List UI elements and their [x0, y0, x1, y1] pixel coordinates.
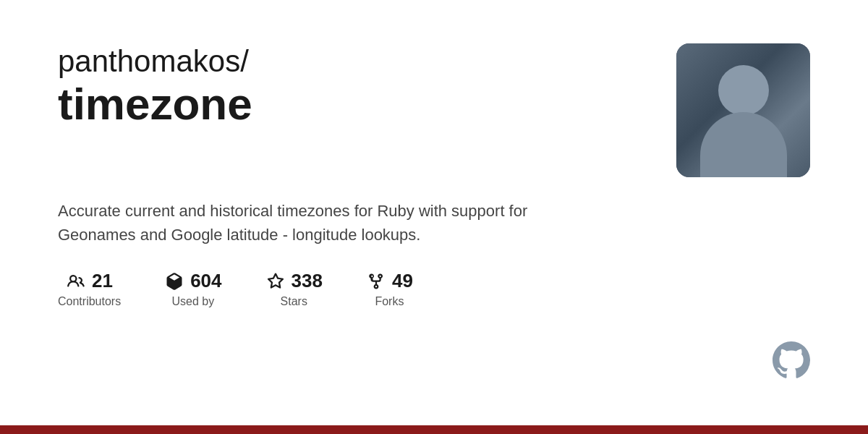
- stars-label: Stars: [281, 295, 307, 308]
- forks-label: Forks: [375, 295, 404, 308]
- stars-number: 338: [292, 270, 323, 292]
- content-area: panthomakos/ timezone Accurate current a…: [0, 0, 868, 425]
- package-icon: [164, 271, 184, 292]
- stat-used-by-top: 604: [164, 270, 221, 292]
- avatar-image: [676, 43, 810, 177]
- used-by-number: 604: [190, 270, 221, 292]
- main-container: panthomakos/ timezone Accurate current a…: [0, 0, 868, 434]
- contributors-label: Contributors: [58, 295, 121, 308]
- stat-forks[interactable]: 49 Forks: [366, 270, 413, 308]
- used-by-label: Used by: [172, 295, 215, 308]
- forks-number: 49: [392, 270, 413, 292]
- repo-owner[interactable]: panthomakos/: [58, 43, 647, 80]
- stat-contributors-top: 21: [66, 270, 113, 292]
- contributors-icon: [66, 271, 86, 292]
- star-icon: [265, 271, 286, 292]
- repo-title-block: panthomakos/ timezone: [58, 43, 647, 129]
- stats-row: 21 Contributors 604 Used by: [58, 270, 810, 308]
- contributors-number: 21: [92, 270, 113, 292]
- stat-contributors[interactable]: 21 Contributors: [58, 270, 121, 308]
- stat-used-by[interactable]: 604 Used by: [164, 270, 221, 308]
- bottom-bar: [0, 425, 868, 434]
- stat-stars[interactable]: 338 Stars: [265, 270, 323, 308]
- avatar: [676, 43, 810, 177]
- repo-name[interactable]: timezone: [58, 80, 647, 129]
- stat-forks-top: 49: [366, 270, 413, 292]
- fork-icon: [366, 271, 386, 292]
- repo-description: Accurate current and historical timezone…: [58, 199, 564, 247]
- repo-header: panthomakos/ timezone: [58, 43, 810, 177]
- stat-stars-top: 338: [265, 270, 323, 292]
- github-logo[interactable]: [773, 341, 810, 382]
